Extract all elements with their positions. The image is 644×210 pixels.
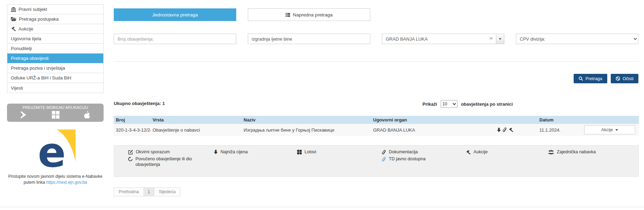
cell-naziv: Изградња љетне бине у Горњој Пискавици xyxy=(241,127,371,133)
legend-dokumentacija: Dokumentacija xyxy=(382,149,418,155)
sidebar-item-label: Aukcije xyxy=(19,26,33,31)
per-page-control: Prikaži 10 obavještenja po stranici xyxy=(422,100,513,108)
sidebar-item-pretraga-obavijesti[interactable]: Pretraga obavijesti xyxy=(7,54,103,63)
sidebar-item-ponuditelji[interactable]: Ponuditelji xyxy=(7,44,103,54)
svg-text:e: e xyxy=(38,130,66,169)
clear-selection-icon[interactable] xyxy=(490,37,493,40)
gavel-icon xyxy=(466,150,471,155)
people-icon xyxy=(548,150,554,154)
grid-icon xyxy=(297,150,302,154)
tab-napredna-pretraga[interactable]: Napredna pretraga xyxy=(248,8,370,21)
cell-indicators xyxy=(493,127,537,133)
legend-okvirni-sporazum: Okvirni sporazum xyxy=(128,149,170,155)
sidebar-item-vijesti[interactable]: Vijesti xyxy=(7,83,103,93)
col-broj: Broj xyxy=(114,117,150,122)
sidebar-item-pravni-subjekt[interactable]: Pravni subjekt xyxy=(7,5,103,14)
col-vrsta: Vrsta xyxy=(150,117,241,122)
search-icon xyxy=(579,76,583,81)
results-table: Broj Vrsta Naziv Ugovorni organ Datum 32… xyxy=(114,116,639,136)
main-content: Jednostavna pretraga Napredna pretraga G… xyxy=(114,0,639,210)
windows-store-icon[interactable] xyxy=(52,111,59,119)
tab-label: Jednostavna pretraga xyxy=(152,12,198,18)
sidebar-item-label: Pretraga postupaka xyxy=(19,16,58,22)
arrow-down-icon xyxy=(214,150,218,154)
paperclip-icon xyxy=(382,150,386,155)
lowest-price-icon xyxy=(497,128,501,132)
col-naziv: Naziv xyxy=(241,117,371,122)
sidebar-item-label: Ugovorna tijela xyxy=(11,36,41,41)
per-page-suffix: obavještenja po stranici xyxy=(461,102,513,107)
akcije-button[interactable]: Akcije xyxy=(584,125,635,134)
ugovorni-organ-value: GRAD BANJA LUKA xyxy=(386,36,428,42)
mobile-app-label: PREUZMITE MOBILNU APLIKACIJU xyxy=(7,105,104,110)
pagination-current-page[interactable]: 1 xyxy=(144,187,154,196)
legend-td-javno-dostupna: TD javno dostupna xyxy=(382,156,426,162)
bank-icon xyxy=(11,7,16,12)
auction-icon xyxy=(509,127,513,132)
page: Pravni subjekt Pretraga postupaka Aukcij… xyxy=(0,0,644,210)
legend-lotovi: Lotovi xyxy=(297,149,316,155)
sidebar-item-label: Pretraga obavijesti xyxy=(11,56,49,61)
sidebar-item-pretraga-poziva[interactable]: Pretraga poziva i izvještaja xyxy=(7,63,103,73)
cell-broj: 320-1-3-4-3-12/24 xyxy=(114,127,150,133)
sidebar-nav: Pravni subjekt Pretraga postupaka Aukcij… xyxy=(7,4,104,93)
sidebar-item-label: Vijesti xyxy=(11,85,23,91)
legend-najniza-cijena: Najniža cijena xyxy=(214,149,248,155)
per-page-select[interactable]: 10 xyxy=(441,100,457,108)
cell-datum: 11.1.2024. xyxy=(537,127,579,133)
sidebar-item-label: Odluke URŽ-a BiH i Suda BiH xyxy=(11,75,71,80)
sidebar-note: Pristupite novom javnom dijelu sistema e… xyxy=(7,174,104,186)
list-icon xyxy=(286,13,290,17)
mobile-app-banner[interactable]: PREUZMITE MOBILNU APLIKACIJU xyxy=(7,104,104,122)
ugovorni-organ-select[interactable]: GRAD BANJA LUKA xyxy=(382,34,504,44)
ban-icon xyxy=(616,76,620,81)
sidebar-item-pretraga-postupaka[interactable]: Pretraga postupaka xyxy=(7,14,103,24)
per-page-prefix: Prikaži xyxy=(422,102,437,107)
col-datum: Datum xyxy=(537,117,579,122)
paperclip-blue-icon xyxy=(382,157,386,162)
sidebar-item-label: Ponuditelji xyxy=(11,46,32,51)
sidebar-item-odluke[interactable]: Odluke URŽ-a BiH i Suda BiH xyxy=(7,73,103,83)
edit-icon xyxy=(128,150,133,155)
search-fields: GRAD BANJA LUKA CPV divizija: xyxy=(114,34,639,44)
folder-icon xyxy=(11,17,16,21)
sidebar-item-label: Pretraga poziva i izvještaja xyxy=(11,65,65,71)
sidebar: Pravni subjekt Pretraga postupaka Aukcij… xyxy=(7,4,104,186)
tab-label: Napredna pretraga xyxy=(293,12,332,18)
table-row[interactable]: 320-1-3-4-3-12/24 Obavještenje o nabavci… xyxy=(114,124,639,136)
google-play-icon[interactable] xyxy=(20,111,27,119)
pretraga-button[interactable]: Pretraga xyxy=(574,74,607,83)
broj-obavjestenja-input[interactable] xyxy=(114,34,236,44)
pagination: Prethodna 1 Sljedeća xyxy=(114,187,181,196)
ocisti-button[interactable]: Očisti xyxy=(611,74,638,83)
sidebar-item-label: Pravni subjekt xyxy=(19,7,47,12)
legend-panel: Okvirni sporazum Povučeno obavještenje i… xyxy=(114,145,639,177)
section-divider xyxy=(114,61,639,62)
paperclip-icon xyxy=(503,127,507,133)
table-header-row: Broj Vrsta Naziv Ugovorni organ Datum xyxy=(114,116,639,124)
legend-aukcije: Aukcije xyxy=(466,149,488,155)
dropdown-arrow-button[interactable] xyxy=(496,34,504,44)
cell-ugovorni-organ: GRAD BANJA LUKA xyxy=(371,127,493,133)
undo-icon xyxy=(128,157,133,161)
next-ejn-link[interactable]: https://next.ejn.gov.ba xyxy=(46,180,87,185)
pagination-next[interactable]: Sljedeća xyxy=(154,187,181,196)
sidebar-item-aukcije[interactable]: Aukcije xyxy=(7,24,103,34)
caret-down-icon xyxy=(615,129,618,131)
sidebar-item-ugovorna-tijela[interactable]: Ugovorna tijela xyxy=(7,34,103,44)
naziv-search-input[interactable] xyxy=(248,34,370,44)
legend-povuceno: Povučeno obavještenje ili dio obavješten… xyxy=(128,156,200,167)
col-ugovorni-organ: Ugovorni organ xyxy=(371,117,493,122)
enabavke-logo: e xyxy=(35,130,76,169)
apple-store-icon[interactable] xyxy=(84,111,90,119)
gavel-icon xyxy=(11,26,16,31)
cpv-divizija-select[interactable]: CPV divizija: xyxy=(516,34,638,44)
cell-vrsta: Obavještenje o nabavci xyxy=(150,127,241,133)
footer-divider xyxy=(0,207,644,207)
total-count-label: Ukupno obavještenja: 1 xyxy=(114,101,165,106)
tab-jednostavna-pretraga[interactable]: Jednostavna pretraga xyxy=(114,8,236,21)
legend-zajednicka-nabavka: Zajednička nabavka xyxy=(548,149,596,155)
pagination-prev[interactable]: Prethodna xyxy=(114,187,144,196)
